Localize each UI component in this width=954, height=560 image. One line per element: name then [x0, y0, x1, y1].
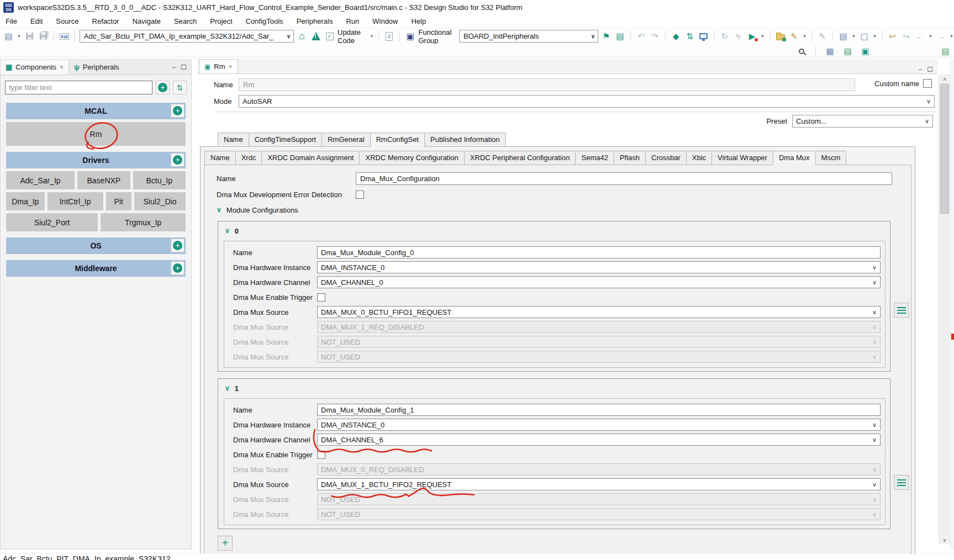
row-menu-button[interactable]	[894, 303, 909, 318]
component-siul2_port[interactable]: Siul2_Port	[6, 213, 98, 231]
row-menu-button[interactable]	[894, 475, 909, 490]
text-input[interactable]: Dma_Mux_Module_Config_1	[317, 404, 881, 416]
menu-search[interactable]: Search	[174, 17, 197, 25]
minimize-editor-icon[interactable]: −	[918, 66, 922, 73]
history-forward-caret-icon[interactable]: ▾	[949, 34, 954, 39]
pins-chip-icon[interactable]: ▣	[860, 45, 871, 57]
checklist-caret-icon[interactable]: ▾	[851, 34, 856, 39]
run-caret-icon[interactable]: ▾	[760, 34, 765, 39]
sort-icon[interactable]: ⇅	[684, 30, 695, 42]
history-back-caret-icon[interactable]: ▾	[928, 34, 933, 39]
add-component-button[interactable]: +	[171, 261, 185, 275]
problems-warning-icon[interactable]	[310, 30, 321, 42]
scroll-up-icon[interactable]: ∧	[939, 75, 950, 83]
dropdown[interactable]: DMA_CHANNEL_6∨	[317, 434, 881, 446]
maximize-view-icon[interactable]: ☐	[181, 64, 187, 71]
add-module-config-button[interactable]: +	[218, 536, 233, 551]
checkbox[interactable]	[317, 293, 325, 302]
dropdown[interactable]: DMA_INSTANCE_0∨	[317, 419, 881, 431]
dropdown[interactable]: NOT_USED∨	[317, 508, 881, 520]
functional-group-combo[interactable]: BOARD_InitPeripherals ∨	[459, 30, 598, 43]
dma-mux-configuration-input[interactable]: Dma_Mux_Configuration	[356, 172, 892, 185]
menu-peripherals[interactable]: Peripherals	[297, 17, 333, 25]
tab-rmgeneral[interactable]: RmGeneral	[321, 133, 370, 147]
add-component-button[interactable]: +	[171, 104, 185, 118]
component-bctu_ip[interactable]: Bctu_Ip	[133, 171, 186, 189]
subtab-xrdc[interactable]: Xrdc	[235, 151, 262, 165]
c-file-icon[interactable]: c	[383, 30, 395, 42]
tab-configtimesupport[interactable]: ConfigTimeSupport	[249, 133, 323, 147]
nav-forward-icon[interactable]: ↪	[900, 30, 912, 42]
tab-components[interactable]: ▦ Components ×	[1, 60, 69, 75]
add-component-button[interactable]: +	[171, 239, 185, 252]
close-icon[interactable]: ×	[229, 63, 233, 71]
menu-window[interactable]: Window	[372, 17, 398, 25]
history-back-icon[interactable]: ←	[914, 30, 926, 42]
notes-icon[interactable]: ▤	[614, 30, 626, 42]
subtab-dma-mux[interactable]: Dma Mux	[773, 151, 816, 165]
mode-dropdown[interactable]: AutoSAR ∨	[239, 95, 935, 108]
update-code-caret-icon[interactable]: ▾	[369, 34, 374, 39]
component-name-input[interactable]: Rm	[239, 78, 855, 91]
brush-caret-icon[interactable]: ▾	[802, 34, 807, 39]
scrollbar-thumb[interactable]	[940, 84, 949, 214]
dropdown[interactable]: DMA_INSTANCE_0∨	[317, 261, 881, 273]
component-dma_ip[interactable]: Dma_Ip	[6, 192, 45, 210]
dropdown[interactable]: DMA_MUX_1_REQ_DISABLED∨	[317, 321, 881, 333]
component-pit[interactable]: Pit	[106, 192, 132, 210]
refresh-icon[interactable]: ↻	[719, 30, 730, 42]
maximize-editor-icon[interactable]: ☐	[927, 66, 933, 73]
tab-published-information[interactable]: Published Information	[424, 133, 506, 147]
component-trgmux_ip[interactable]: Trgmux_Ip	[101, 213, 186, 231]
text-input[interactable]: Dma_Mux_Module_Config_0	[317, 246, 881, 258]
add-component-button[interactable]: +	[156, 81, 170, 94]
flag-icon[interactable]: ⚑	[600, 30, 612, 42]
run-icon[interactable]: ▶	[746, 30, 758, 42]
home-icon[interactable]: ⌂	[296, 30, 308, 42]
component-intctrl_ip[interactable]: IntCtrl_Ip	[48, 192, 103, 210]
chevron-down-icon[interactable]: ∨	[225, 227, 230, 235]
minimize-view-icon[interactable]: −	[172, 64, 176, 71]
component-siul2_dio[interactable]: Siul2_Dio	[134, 192, 186, 210]
tab-name[interactable]: Name	[218, 133, 249, 147]
component-adc_sar_ip[interactable]: Adc_Sar_Ip	[6, 171, 75, 189]
component-rm[interactable]: Rm	[6, 122, 186, 146]
project-config-combo[interactable]: Adc_Sar_Bctu_PIT_DMA_Ip_example_S32K312/…	[80, 30, 294, 43]
dropdown[interactable]: NOT_USED∨	[317, 493, 881, 505]
subtab-crossbar[interactable]: Crossbar	[645, 151, 687, 165]
search-icon[interactable]	[795, 45, 807, 57]
menu-run[interactable]: Run	[346, 17, 359, 25]
nav-back-icon[interactable]: ↩	[887, 30, 898, 42]
tab-peripherals[interactable]: ψ Peripherals	[69, 60, 124, 75]
error-detection-checkbox[interactable]	[356, 191, 364, 199]
pencil-icon[interactable]: ✎	[816, 30, 828, 42]
checklist-icon[interactable]: ▤	[837, 30, 849, 42]
import-folder-icon[interactable]	[774, 30, 786, 42]
subtab-mscm[interactable]: Mscm	[815, 151, 847, 165]
dropdown[interactable]: NOT_USED∨	[317, 351, 881, 363]
tab-rmconfigset[interactable]: RmConfigSet	[370, 133, 425, 147]
menu-configtools[interactable]: ConfigTools	[246, 17, 283, 25]
menu-project[interactable]: Project	[210, 17, 232, 25]
sort-components-button[interactable]: ⇅	[173, 81, 187, 94]
menu-edit[interactable]: Edit	[30, 17, 43, 25]
dropdown[interactable]: NOT_USED∨	[317, 336, 881, 348]
update-code-checkbox-icon[interactable]: ✓	[324, 30, 335, 42]
dropdown[interactable]: DMA_MUX_0_BCTU_FIFO1_REQUEST∨	[317, 306, 881, 318]
menu-refactor[interactable]: Refactor	[92, 17, 119, 25]
undo-icon[interactable]: ↶	[635, 30, 647, 42]
new-wizard-icon[interactable]: ▤	[3, 30, 14, 42]
monitor-icon[interactable]	[698, 30, 709, 42]
save-all-icon[interactable]	[38, 30, 49, 42]
window-caret-icon[interactable]: ▾	[872, 34, 877, 39]
subtab-name[interactable]: Name	[204, 151, 236, 165]
registers-table-icon[interactable]: ▤	[842, 45, 853, 57]
dropdown[interactable]: DMA_CHANNEL_0∨	[317, 276, 881, 288]
menu-file[interactable]: File	[6, 17, 17, 25]
subtab-pflash[interactable]: Pflash	[614, 151, 646, 165]
chevron-down-icon[interactable]: ∨	[225, 384, 230, 392]
grid-view-icon[interactable]: ▦	[824, 45, 836, 57]
annotation-marker[interactable]	[951, 334, 954, 340]
subtab-xbic[interactable]: Xbic	[686, 151, 712, 165]
vertical-scrollbar[interactable]: ∧ ∨	[939, 75, 950, 544]
